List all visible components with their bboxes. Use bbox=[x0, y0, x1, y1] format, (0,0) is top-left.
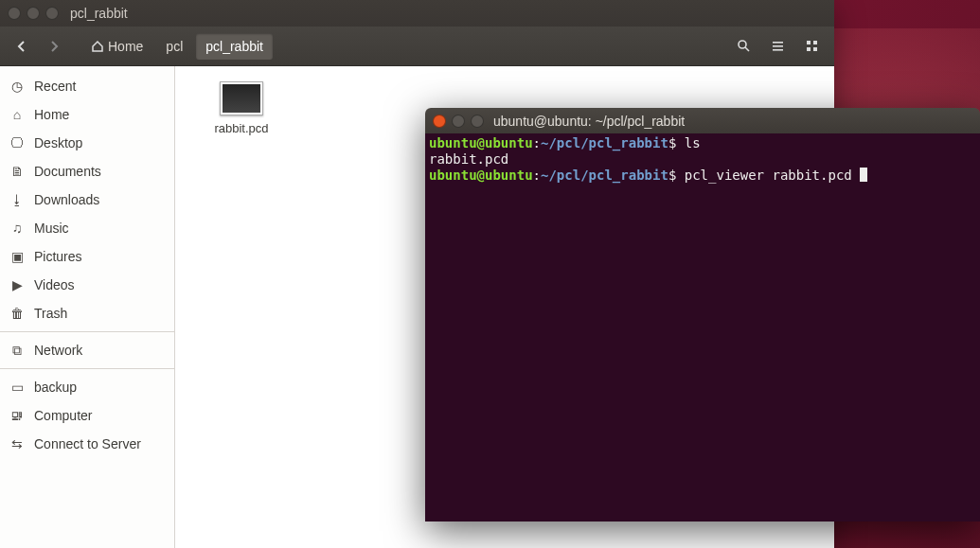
svg-point-0 bbox=[739, 41, 746, 48]
music-icon: ♫ bbox=[9, 221, 25, 236]
camera-icon: ▣ bbox=[9, 249, 25, 264]
terminal-output: rabbit.pcd bbox=[429, 151, 508, 167]
prompt-sep: : bbox=[533, 168, 541, 183]
terminal-cursor bbox=[860, 168, 867, 182]
clock-icon: ◷ bbox=[9, 79, 25, 94]
sidebar-item-label: Connect to Server bbox=[34, 436, 141, 451]
nav-back-button[interactable] bbox=[8, 33, 36, 60]
terminal-titlebar[interactable]: ubuntu@ubuntu: ~/pcl/pcl_rabbit bbox=[425, 108, 980, 133]
desktop-icon: 🖵 bbox=[9, 135, 25, 150]
sidebar-item-computer[interactable]: 🖳Computer bbox=[0, 401, 174, 430]
svg-rect-3 bbox=[773, 45, 783, 47]
terminal-body[interactable]: ubuntu@ubuntu:~/pcl/pcl_rabbit$ ls rabbi… bbox=[425, 133, 980, 521]
download-icon: ⭳ bbox=[9, 192, 25, 207]
window-minimize-button[interactable] bbox=[452, 115, 465, 128]
sidebar-item-backup[interactable]: ▭backup bbox=[0, 373, 174, 401]
sidebar-item-label: Network bbox=[34, 343, 82, 358]
window-close-button[interactable] bbox=[433, 115, 446, 128]
sidebar-item-home[interactable]: ⌂Home bbox=[0, 100, 174, 129]
window-title: ubuntu@ubuntu: ~/pcl/pcl_rabbit bbox=[493, 114, 685, 129]
sidebar-item-downloads[interactable]: ⭳Downloads bbox=[0, 186, 174, 214]
view-list-button[interactable] bbox=[762, 33, 793, 60]
svg-line-1 bbox=[745, 47, 749, 51]
breadcrumb-label: pcl_rabbit bbox=[205, 39, 263, 54]
sidebar-item-pictures[interactable]: ▣Pictures bbox=[0, 242, 174, 271]
window-title: pcl_rabbit bbox=[70, 6, 128, 21]
sidebar-item-label: backup bbox=[34, 380, 77, 395]
window-close-button[interactable] bbox=[8, 7, 21, 20]
sidebar-item-connect-server[interactable]: ⇆Connect to Server bbox=[0, 430, 174, 458]
network-icon: ⧉ bbox=[9, 343, 25, 359]
file-item[interactable]: rabbit.pcd bbox=[194, 81, 289, 135]
window-minimize-button[interactable] bbox=[27, 7, 40, 20]
sidebar-item-label: Computer bbox=[34, 408, 92, 423]
file-manager-titlebar[interactable]: pcl_rabbit bbox=[0, 0, 834, 27]
sidebar-item-label: Downloads bbox=[34, 192, 99, 207]
window-maximize-button[interactable] bbox=[45, 7, 59, 20]
sidebar-item-label: Documents bbox=[34, 164, 101, 179]
window-maximize-button[interactable] bbox=[471, 115, 484, 128]
file-manager-toolbar: Home pcl pcl_rabbit bbox=[0, 27, 834, 66]
sidebar-item-label: Videos bbox=[34, 277, 75, 292]
computer-icon: 🖳 bbox=[9, 408, 25, 423]
terminal-command: ls bbox=[685, 135, 701, 150]
svg-rect-8 bbox=[813, 47, 817, 51]
chevron-right-icon bbox=[47, 40, 61, 53]
list-icon bbox=[771, 39, 785, 53]
file-thumbnail bbox=[220, 81, 263, 115]
chevron-left-icon bbox=[15, 40, 28, 53]
terminal-command: pcl_viewer rabbit.pcd bbox=[685, 168, 860, 183]
prompt-user: ubuntu@ubuntu bbox=[429, 168, 533, 183]
sidebar-separator bbox=[0, 331, 174, 332]
grid-icon bbox=[805, 39, 819, 53]
view-grid-button[interactable] bbox=[796, 33, 827, 60]
svg-rect-5 bbox=[807, 41, 811, 44]
svg-rect-2 bbox=[773, 42, 783, 44]
sidebar-item-label: Trash bbox=[34, 306, 67, 321]
sidebar-item-network[interactable]: ⧉Network bbox=[0, 336, 174, 364]
sidebar-separator bbox=[0, 368, 174, 369]
sidebar-item-trash[interactable]: 🗑Trash bbox=[0, 299, 174, 327]
server-icon: ⇆ bbox=[9, 436, 25, 451]
search-button[interactable] bbox=[728, 33, 758, 60]
sidebar-item-recent[interactable]: ◷Recent bbox=[0, 72, 174, 100]
terminal-window: ubuntu@ubuntu: ~/pcl/pcl_rabbit ubuntu@u… bbox=[425, 108, 980, 521]
file-manager-sidebar: ◷Recent ⌂Home 🖵Desktop 🗎Documents ⭳Downl… bbox=[0, 66, 175, 548]
sidebar-item-label: Recent bbox=[34, 79, 76, 94]
sidebar-item-music[interactable]: ♫Music bbox=[0, 214, 174, 242]
breadcrumb-home[interactable]: Home bbox=[81, 33, 152, 60]
sidebar-item-label: Music bbox=[34, 221, 69, 236]
breadcrumb-item[interactable]: pcl bbox=[156, 33, 192, 60]
sidebar-item-label: Home bbox=[34, 107, 69, 122]
sidebar-item-desktop[interactable]: 🖵Desktop bbox=[0, 129, 174, 157]
home-icon bbox=[91, 40, 104, 53]
sidebar-item-label: Desktop bbox=[34, 135, 82, 150]
video-icon: ▶ bbox=[9, 277, 25, 292]
prompt-end: $ bbox=[668, 135, 676, 150]
prompt-path: ~/pcl/pcl_rabbit bbox=[541, 168, 668, 183]
breadcrumb-label: pcl bbox=[166, 39, 183, 54]
trash-icon: 🗑 bbox=[9, 306, 25, 321]
prompt-user: ubuntu@ubuntu bbox=[429, 135, 533, 150]
drive-icon: ▭ bbox=[9, 380, 25, 395]
home-icon: ⌂ bbox=[9, 107, 25, 122]
file-label: rabbit.pcd bbox=[214, 121, 268, 135]
sidebar-item-videos[interactable]: ▶Videos bbox=[0, 271, 174, 299]
breadcrumb-item[interactable]: pcl_rabbit bbox=[196, 33, 273, 60]
svg-rect-4 bbox=[773, 49, 783, 51]
svg-rect-6 bbox=[813, 41, 817, 44]
breadcrumb-label: Home bbox=[108, 39, 143, 54]
sidebar-item-documents[interactable]: 🗎Documents bbox=[0, 157, 174, 186]
sidebar-item-label: Pictures bbox=[34, 249, 82, 264]
document-icon: 🗎 bbox=[9, 164, 25, 179]
prompt-sep: : bbox=[533, 135, 541, 150]
prompt-end: $ bbox=[668, 168, 676, 183]
prompt-path: ~/pcl/pcl_rabbit bbox=[541, 135, 668, 150]
search-icon bbox=[737, 39, 751, 53]
nav-forward-button[interactable] bbox=[40, 33, 68, 60]
svg-rect-7 bbox=[807, 47, 811, 51]
